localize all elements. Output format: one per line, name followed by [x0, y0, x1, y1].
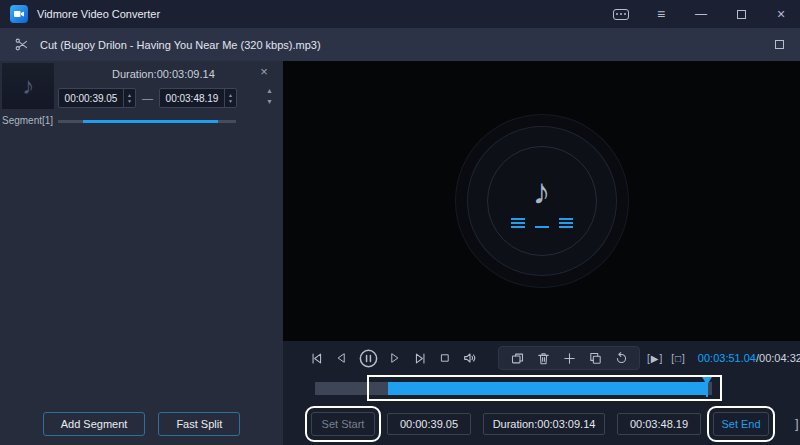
play-pause-icon[interactable]: [357, 347, 379, 369]
snapshot-icon[interactable]: [508, 349, 526, 367]
current-time: 00:03:51.04: [698, 352, 756, 364]
total-time: 00:04:32.08: [759, 352, 800, 364]
menu-icon[interactable]: ≡: [652, 5, 670, 23]
expand-icon[interactable]: [770, 36, 788, 54]
segment-editor: ♪ Duration:00:03:09.14 × 00:00:39.05 ▲ ▼…: [0, 61, 283, 133]
stop-icon[interactable]: [436, 349, 454, 367]
panel-buttons: Add Segment Fast Split: [0, 412, 283, 436]
end-spinner[interactable]: ▲ ▼: [224, 89, 236, 107]
fast-split-button[interactable]: Fast Split: [158, 412, 240, 436]
end-bracket-icon: ]: [795, 416, 799, 431]
skip-end-icon[interactable]: [411, 349, 429, 367]
audio-disc: ♪: [468, 127, 616, 275]
volume-icon[interactable]: [461, 349, 479, 367]
time-readout: 00:03:51.04/00:04:32.08: [698, 352, 800, 364]
spinner-up-icon[interactable]: ▲: [127, 93, 132, 98]
music-note-icon: ♪: [533, 174, 551, 210]
segment-trim-track[interactable]: [58, 120, 236, 123]
spinner-down-icon[interactable]: ▼: [228, 99, 233, 104]
spinner-up-icon[interactable]: ▲: [228, 93, 233, 98]
minimize-icon[interactable]: —: [692, 5, 710, 23]
titlebar: Vidmore Video Converter ≡ — ×: [0, 0, 800, 28]
segment-start-input[interactable]: 00:00:39.05 ▲ ▼: [58, 88, 136, 108]
cut-header: Cut (Bugoy Drilon - Having You Near Me (…: [0, 28, 800, 61]
timeline-selected-range[interactable]: [388, 382, 707, 395]
stop-segment-icon[interactable]: [□]: [671, 353, 686, 364]
spinner-down-icon[interactable]: ▼: [127, 99, 132, 104]
segment-trim-fill: [83, 120, 218, 123]
segment-thumbnail[interactable]: ♪: [2, 63, 54, 109]
segment-label: Segment[1]: [2, 115, 53, 126]
range-dash: —: [142, 92, 153, 104]
music-note-icon: ♪: [22, 72, 34, 100]
app-logo-icon: [10, 5, 28, 23]
trim-start-time[interactable]: 00:00:39.05: [387, 413, 471, 435]
segment-reorder-control: ▲ ▼: [266, 87, 273, 105]
segment-delete-icon[interactable]: ×: [257, 65, 271, 79]
skip-start-icon[interactable]: [307, 349, 325, 367]
trim-end-time[interactable]: 00:03:48.19: [617, 413, 701, 435]
scissors-icon: [12, 36, 30, 54]
segment-time-row: 00:00:39.05 ▲ ▼ — 00:03:48.19 ▲ ▼: [58, 88, 237, 108]
feedback-icon[interactable]: [612, 5, 630, 23]
equalizer-icon: [511, 217, 573, 228]
segment-end-value: 00:03:48.19: [160, 93, 224, 104]
play-segment-icon[interactable]: [▶]: [647, 353, 663, 364]
app-title: Vidmore Video Converter: [37, 8, 160, 20]
preview-area: ♪: [283, 61, 800, 341]
segment-end-input[interactable]: 00:03:48.19 ▲ ▼: [159, 88, 237, 108]
start-spinner[interactable]: ▲ ▼: [123, 89, 135, 107]
reset-icon[interactable]: [612, 349, 630, 367]
delete-segment-icon[interactable]: [534, 349, 552, 367]
frame-forward-icon[interactable]: [386, 349, 404, 367]
add-segment-button[interactable]: Add Segment: [43, 412, 146, 436]
vidmore-cut-window: Vidmore Video Converter ≡ — × Cut (Bugoy…: [0, 0, 800, 445]
set-end-button[interactable]: Set End: [713, 412, 769, 436]
timeline-track[interactable]: [315, 382, 712, 395]
trim-duration: Duration:00:03:09.14: [483, 413, 605, 435]
segment-panel: ♪ Duration:00:03:09.14 × 00:00:39.05 ▲ ▼…: [0, 61, 283, 445]
move-down-icon[interactable]: ▼: [266, 98, 273, 105]
maximize-icon[interactable]: [732, 5, 750, 23]
playback-controls: [▶] [□] 00:03:51.04/00:04:32.08: [283, 341, 800, 375]
add-segment-icon[interactable]: [560, 349, 578, 367]
move-up-icon[interactable]: ▲: [266, 87, 273, 94]
segment-start-value: 00:00:39.05: [59, 93, 123, 104]
cut-dialog-title: Cut (Bugoy Drilon - Having You Near Me (…: [40, 39, 321, 51]
copy-segment-icon[interactable]: [586, 349, 604, 367]
trim-bar: Set Start 00:00:39.05 Duration:00:03:09.…: [283, 402, 800, 445]
close-icon[interactable]: ×: [772, 5, 790, 23]
set-start-button[interactable]: Set Start: [311, 412, 375, 436]
segment-duration-label: Duration:00:03:09.14: [112, 68, 215, 80]
audio-disc-inner: ♪: [487, 146, 597, 256]
timeline-row: [283, 375, 800, 402]
edit-tool-group: [498, 346, 640, 370]
frame-back-icon[interactable]: [332, 349, 350, 367]
timeline-end-handle-line: [706, 377, 708, 397]
